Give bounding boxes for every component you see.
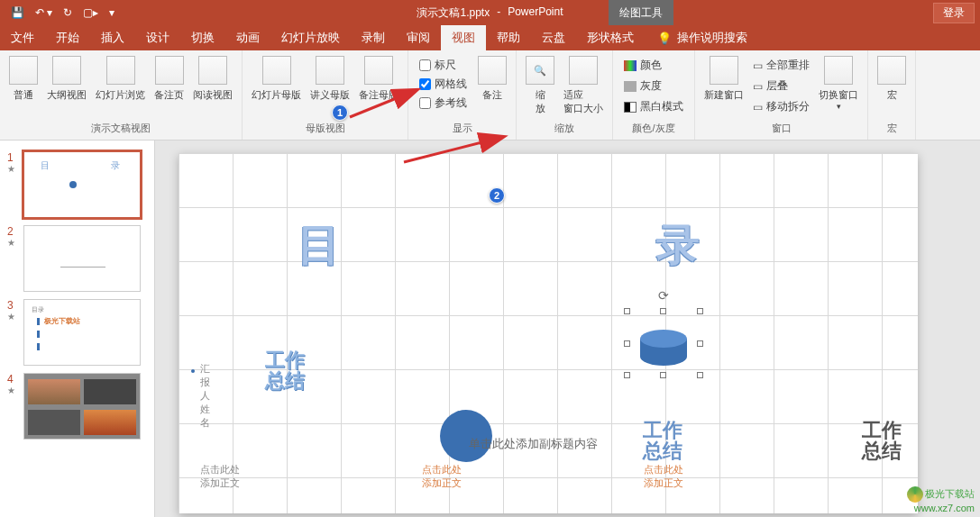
grayscale-button[interactable]: 灰度 [624, 77, 683, 95]
notes-master-button[interactable]: 备注母版 [355, 54, 402, 104]
tab-insert[interactable]: 插入 [90, 25, 135, 50]
group-color-grayscale: 颜色 灰度 黑白模式 颜色/灰度 [613, 50, 695, 140]
tab-record[interactable]: 录制 [351, 25, 396, 50]
subtitle-placeholder[interactable]: 单击此处添加副标题内容 [469, 436, 598, 452]
tab-view[interactable]: 视图 [441, 25, 486, 50]
cascade-button[interactable]: ▭层叠 [753, 77, 810, 95]
tab-yunpan[interactable]: 云盘 [531, 25, 576, 50]
tab-file[interactable]: 文件 [0, 25, 45, 50]
reading-view-button[interactable]: 阅读视图 [189, 54, 236, 104]
notes-icon [478, 56, 507, 85]
work-summary-text-1[interactable]: 工作 总结 [265, 349, 305, 391]
gridlines-checkbox[interactable]: 网格线 [419, 75, 467, 94]
new-window-icon [710, 56, 738, 85]
macros-button[interactable]: 宏 [874, 54, 910, 104]
thumbnail-preview[interactable] [23, 225, 141, 292]
start-from-beginning-icon[interactable]: ▢▸ [83, 6, 98, 19]
group-macros: 宏 宏 [868, 50, 916, 140]
rotate-handle-icon[interactable]: ⟳ [658, 288, 669, 303]
gridlines-check-input[interactable] [419, 78, 431, 90]
color-button[interactable]: 颜色 [624, 56, 683, 75]
handout-master-button[interactable]: 讲义母版 [307, 54, 353, 104]
thumbnail-preview[interactable]: 目 录 [23, 151, 141, 218]
tab-review[interactable]: 审阅 [396, 25, 441, 50]
normal-view-button[interactable]: 普通 [5, 54, 41, 104]
click-add-text-2[interactable]: 点击此处 添加正文 [422, 463, 462, 490]
click-add-text-3[interactable]: 点击此处 添加正文 [644, 463, 683, 490]
save-icon[interactable]: 💾 [11, 6, 24, 19]
tab-animations[interactable]: 动画 [225, 25, 270, 50]
arrange-all-button[interactable]: ▭全部重排 [753, 56, 810, 75]
quick-access-toolbar: 💾 ↶ ▾ ↻ ▢▸ ▾ [0, 6, 114, 19]
guides-checkbox[interactable]: 参考线 [419, 94, 467, 113]
fit-window-icon [569, 56, 598, 85]
title-bar: 💾 ↶ ▾ ↻ ▢▸ ▾ 演示文稿1.pptx - PowerPoint 绘图工… [0, 0, 980, 25]
slide-sorter-button[interactable]: 幻灯片浏览 [92, 54, 149, 104]
watermark: 极光下载站 www.xz7.com [907, 486, 975, 513]
tab-home[interactable]: 开始 [45, 25, 90, 50]
color-swatch-icon [624, 60, 637, 71]
work-summary-text-3[interactable]: 工作 总结 [862, 420, 902, 461]
worksplit: 1★ 目 录 2★ 3★ 目录 极光下载站 4★ [0, 141, 980, 517]
tab-transitions[interactable]: 切换 [180, 25, 225, 50]
watermark-site: 极光下载站 [925, 488, 975, 499]
slide-edit-area[interactable]: 目 录 汇报人姓名 工作 总结 单击此处添加副标题内容 工作 总结 工作 总结 … [155, 141, 980, 517]
undo-icon[interactable]: ↶ ▾ [35, 6, 52, 19]
watermark-logo-icon [907, 486, 923, 503]
notes-button[interactable]: 备注 [474, 54, 510, 104]
login-button[interactable]: 登录 [933, 3, 975, 23]
selected-cylinder-shape[interactable]: ⟳ [627, 312, 700, 375]
tab-help[interactable]: 帮助 [486, 25, 531, 50]
title-separator: - [497, 5, 500, 21]
annotation-badge-1: 1 [332, 104, 348, 121]
move-split-button[interactable]: ▭移动拆分 [753, 97, 810, 116]
tab-slideshow[interactable]: 幻灯片放映 [270, 25, 351, 50]
window-title: 演示文稿1.pptx - PowerPoint [417, 5, 563, 21]
lightbulb-icon: 💡 [657, 32, 672, 45]
slide-thumbnail-1[interactable]: 1★ 目 录 [0, 148, 154, 222]
title-char-lu[interactable]: 录 [656, 216, 700, 274]
slide-thumbnail-2[interactable]: 2★ [0, 222, 154, 295]
login-label: 登录 [943, 6, 965, 19]
reporter-name-label[interactable]: 汇报人姓名 [200, 362, 211, 430]
ruler-check-input[interactable] [419, 59, 431, 71]
thumbnail-preview[interactable]: 目录 极光下载站 [23, 299, 141, 366]
redo-icon[interactable]: ↻ [63, 6, 72, 19]
slide-canvas[interactable]: 目 录 汇报人姓名 工作 总结 单击此处添加副标题内容 工作 总结 工作 总结 … [179, 153, 918, 513]
qat-customize-icon[interactable]: ▾ [109, 6, 114, 19]
svg-point-2 [640, 330, 687, 348]
decorative-dot [191, 369, 195, 373]
gray-swatch-icon [624, 81, 637, 92]
group-master-views: 幻灯片母版 讲义母版 备注母版 母版视图 [243, 50, 408, 140]
guides-check-input[interactable] [419, 97, 431, 109]
work-summary-text-2[interactable]: 工作 总结 [643, 420, 682, 461]
notes-master-icon [364, 56, 393, 85]
notes-page-button[interactable]: 备注页 [151, 54, 188, 104]
animation-star-icon: ★ [7, 385, 18, 395]
thumbnail-panel[interactable]: 1★ 目 录 2★ 3★ 目录 极光下载站 4★ [0, 141, 155, 517]
tab-design[interactable]: 设计 [135, 25, 180, 50]
title-char-mu[interactable]: 目 [298, 216, 341, 274]
slide-master-icon [262, 56, 291, 85]
slide-master-button[interactable]: 幻灯片母版 [248, 54, 305, 104]
tab-shape-format[interactable]: 形状格式 [576, 25, 645, 50]
thumbnail-preview[interactable] [23, 373, 141, 440]
ribbon: 普通 大纲视图 幻灯片浏览 备注页 阅读视图 演示文稿视图 幻灯片母版 讲义母版… [0, 50, 980, 141]
switch-windows-button[interactable]: 切换窗口▾ [815, 54, 862, 113]
slide-thumbnail-4[interactable]: 4★ [0, 369, 154, 443]
chevron-down-icon: ▾ [837, 102, 841, 111]
animation-star-icon: ★ [7, 164, 18, 174]
blackwhite-button[interactable]: 黑白模式 [624, 97, 683, 116]
zoom-button[interactable]: 🔍缩 放 [522, 54, 558, 117]
new-window-button[interactable]: 新建窗口 [701, 54, 747, 104]
outline-view-button[interactable]: 大纲视图 [43, 54, 90, 104]
group-presentation-views: 普通 大纲视图 幻灯片浏览 备注页 阅读视图 演示文稿视图 [0, 50, 243, 140]
tell-me[interactable]: 💡 操作说明搜索 [645, 25, 747, 50]
click-add-text-1[interactable]: 点击此处 添加正文 [200, 463, 240, 490]
ribbon-tabs: 文件 开始 插入 设计 切换 动画 幻灯片放映 录制 审阅 视图 帮助 云盘 形… [0, 25, 980, 50]
arrange-icon: ▭ [753, 59, 763, 72]
watermark-url: www.xz7.com [907, 503, 975, 513]
fit-window-button[interactable]: 适应 窗口大小 [560, 54, 607, 117]
slide-thumbnail-3[interactable]: 3★ 目录 极光下载站 [0, 295, 154, 369]
ruler-checkbox[interactable]: 标尺 [419, 56, 467, 75]
